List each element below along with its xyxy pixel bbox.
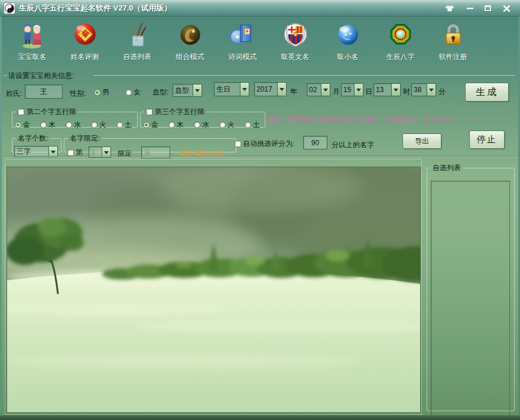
chevron-down-icon (240, 83, 249, 96)
chevron-down-icon (391, 84, 400, 96)
month-select[interactable]: 02 (307, 83, 330, 96)
wuxing-radio[interactable]: 火 (219, 120, 235, 130)
padlock-icon (440, 18, 467, 52)
dolls-icon (19, 18, 46, 52)
name-count-group: 名字个数: 三字 (12, 134, 61, 152)
minute-select[interactable]: 38 (411, 83, 436, 96)
blood-select[interactable]: 血型 (173, 84, 202, 97)
gender-female-radio[interactable]: 女 (125, 87, 141, 97)
wuxing-radio[interactable]: 水 (194, 120, 209, 130)
toolbar-item-label: 自选列表 (124, 52, 152, 62)
wuxing-hint-text: 说明：五行限定/自动挑选评分只能在《宝宝取名》下才生效！！！！！ (265, 115, 486, 125)
brush-cup-icon (124, 18, 151, 52)
third-char-options: 金 木 水 火 土 (143, 120, 260, 130)
minimize-button[interactable] (462, 3, 477, 14)
window-border-bottom (0, 415, 520, 420)
toolbar-item-name-test[interactable]: 福 姓名评测 (58, 18, 111, 67)
main-toolbar: 宝宝取名 福 姓名评测 (6, 18, 480, 67)
radio-icon (143, 122, 150, 128)
wuxing-radio[interactable]: 木 (40, 120, 56, 130)
wuxing-radio[interactable]: 金 (143, 120, 158, 130)
app-window: 生辰八字五行宝宝起名软件 V27.0（试用版） (0, 0, 520, 420)
radio-icon (245, 122, 251, 128)
auto-pick-suffix-label: 分以上的名字 (332, 140, 374, 150)
day-select[interactable]: 15 (341, 83, 363, 96)
second-char-checkbox[interactable] (18, 109, 24, 115)
third-char-checkbox[interactable] (146, 109, 152, 115)
toolbar-item-label: 宝宝取名 (18, 52, 47, 62)
wuxing-radio[interactable]: 水 (66, 120, 81, 130)
generate-button[interactable]: 生成 (465, 83, 509, 102)
custom-list-title: 自选列表 (431, 163, 463, 173)
close-icon (503, 5, 511, 12)
title-bar: 生辰八字五行宝宝起名软件 V27.0（试用版） (0, 0, 520, 17)
name-count-legend: 名字个数: (16, 134, 50, 144)
second-char-wuxing-legend: 第二个字五行限 (16, 107, 78, 117)
surname-label: 姓氏: (6, 89, 22, 99)
limit-label: 限定 (118, 149, 132, 159)
gender-male-radio[interactable]: 男 (94, 87, 109, 97)
chevron-down-icon (48, 146, 57, 157)
birthtype-select[interactable]: 生日 (214, 82, 249, 96)
third-char-wuxing-group: 第三个字五行限 金 木 水 火 土 (140, 107, 265, 128)
close-button[interactable] (499, 3, 514, 14)
export-button[interactable]: 导出 (402, 134, 441, 149)
maximize-icon (485, 5, 491, 11)
window-title: 生辰八字五行宝宝起名软件 V27.0（试用版） (19, 0, 172, 17)
wuxing-radio[interactable]: 木 (168, 120, 184, 130)
radio-icon (125, 89, 132, 96)
radio-icon (91, 122, 98, 128)
maximize-button[interactable] (480, 3, 495, 14)
wuxing-radio[interactable]: 火 (91, 120, 106, 130)
toolbar-item-baby-naming[interactable]: 宝宝取名 (6, 18, 58, 67)
radio-icon (168, 122, 175, 128)
radio-icon (194, 122, 200, 128)
toolbar-item-poetry-mode[interactable]: 诗词模式 (216, 18, 269, 67)
surname-input[interactable]: 王 (25, 84, 63, 99)
wuxing-radio[interactable]: 土 (245, 120, 260, 130)
toolbar-item-combo-mode[interactable]: 组合模式 (164, 18, 216, 67)
toolbar-item-label: 组合模式 (176, 52, 204, 62)
toolbar-item-bazi[interactable]: 生辰八字 (374, 18, 427, 67)
second-char-options: 金 木 水 火 土 (15, 120, 132, 130)
year-select[interactable]: 2017 (254, 82, 287, 96)
toolbar-item-label: 取英文名 (281, 52, 310, 62)
auto-pick-checkbox[interactable]: 自动挑选评分为: (235, 139, 294, 149)
month-unit-label: 月 (333, 87, 340, 97)
toolbar-item-english-name[interactable]: 取英文名 (269, 18, 321, 67)
limit-warning-text: 一般不建议勾选 (173, 149, 223, 159)
minute-unit-label: 分 (438, 87, 446, 97)
radio-icon (40, 122, 47, 128)
wuxing-radio[interactable]: 土 (116, 120, 132, 130)
toolbar-item-nickname[interactable]: 取小名 (321, 18, 374, 67)
stop-button[interactable]: 停止 (469, 131, 505, 149)
year-unit-label: 年 (290, 87, 297, 97)
crest-icon (282, 18, 309, 52)
fu-ball-icon: 福 (72, 18, 99, 52)
toolbar-item-register[interactable]: 软件注册 (427, 18, 479, 67)
second-char-wuxing-group: 第二个字五行限 金 木 水 火 土 (12, 107, 138, 128)
radio-icon (66, 122, 72, 128)
chevron-down-icon (427, 84, 436, 96)
auto-pick-score-input[interactable]: 90 (303, 136, 327, 149)
chevron-down-icon (193, 84, 202, 96)
form-group-title: 请设置宝宝相关信息: (8, 71, 74, 81)
name-limit-group: 名字限定: 第 3 限定 玉 一般不建议勾选 (64, 134, 236, 152)
chevron-down-icon (321, 84, 330, 96)
toolbar-item-custom-list[interactable]: 自选列表 (111, 18, 164, 67)
radio-icon (94, 89, 100, 96)
checkbox-icon (67, 149, 74, 156)
custom-list-box[interactable] (431, 181, 510, 416)
shirt-icon (444, 4, 456, 12)
custom-list-panel: 自选列表 (427, 163, 515, 411)
landscape-image (6, 167, 421, 413)
minimize-icon (467, 8, 473, 9)
third-char-wuxing-legend: 第三个字五行限 (144, 107, 206, 117)
skin-button[interactable] (442, 3, 457, 14)
window-border-left (0, 17, 2, 415)
hour-select[interactable]: 13 (373, 83, 401, 96)
name-limit-legend: 名字限定: (68, 134, 102, 144)
wuxing-radio[interactable]: 金 (15, 120, 30, 130)
chevron-down-icon (354, 84, 363, 96)
toolbar-item-label: 姓名评测 (71, 52, 99, 62)
